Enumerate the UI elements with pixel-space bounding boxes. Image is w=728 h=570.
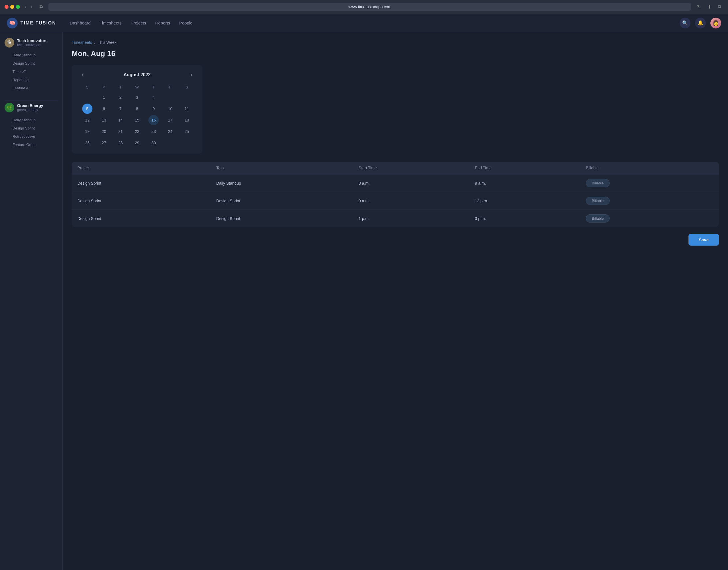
row3-start-time: 1 p.m. <box>353 210 469 227</box>
time-table: Project Task Start Time End Time Billabl… <box>72 162 719 227</box>
app-header: 🧠 Time Fusion Dashboard Timesheets Proje… <box>0 14 728 32</box>
row1-task: Daily Standup <box>210 175 353 192</box>
cal-day-16[interactable]: 16 <box>148 115 159 125</box>
row2-project: Design Sprint <box>72 192 210 210</box>
org-item-tech-innovators[interactable]: 🏛 Tech Innovators tech_innovators <box>5 38 58 47</box>
cal-day-6[interactable]: 6 <box>99 103 109 114</box>
calendar-next-button[interactable]: › <box>188 70 194 79</box>
sidebar-item-retrospective[interactable]: Retrospective <box>13 132 58 140</box>
save-btn-area: Save <box>72 234 719 246</box>
cal-day-3[interactable]: 3 <box>132 92 142 102</box>
cal-day-24[interactable]: 24 <box>165 126 175 136</box>
row3-billable-badge[interactable]: Billable <box>586 214 610 223</box>
sidebar-item-time-off[interactable]: Time off <box>13 67 58 76</box>
close-button[interactable] <box>5 5 9 9</box>
cal-day-25[interactable]: 25 <box>182 126 192 136</box>
cal-day-18[interactable]: 18 <box>182 115 192 125</box>
browser-actions: ↻ ⬆ ⧉ <box>695 4 723 10</box>
calendar-header: ‹ August 2022 › <box>80 70 194 79</box>
sidebar-item-design-sprint-ti[interactable]: Design Sprint <box>13 59 58 67</box>
forward-button[interactable]: › <box>29 4 34 10</box>
row1-billable-cell: Billable <box>580 175 719 192</box>
cal-day-1[interactable]: 1 <box>99 92 109 102</box>
sidebar-item-daily-standup-ti[interactable]: Daily Standup <box>13 51 58 59</box>
cal-dow-w: W <box>129 83 145 91</box>
traffic-lights <box>5 5 20 9</box>
nav-people[interactable]: People <box>179 19 192 26</box>
breadcrumb-link[interactable]: Timesheets <box>72 40 92 45</box>
nav-reports[interactable]: Reports <box>155 19 170 26</box>
org-name-tech-innovators: Tech Innovators <box>17 38 47 43</box>
row2-start-time: 9 a.m. <box>353 192 469 210</box>
row3-task: Design Sprint <box>210 210 353 227</box>
cal-day-14[interactable]: 14 <box>115 115 126 125</box>
logo-text: Time Fusion <box>20 20 56 26</box>
cal-day-21[interactable]: 21 <box>115 126 126 136</box>
search-button[interactable]: 🔍 <box>680 18 690 28</box>
cal-day-12[interactable]: 12 <box>82 115 92 125</box>
share-button[interactable]: ⬆ <box>705 4 714 10</box>
cal-day-23[interactable]: 23 <box>148 126 159 136</box>
breadcrumb-separator: / <box>94 40 96 45</box>
cal-day-19[interactable]: 19 <box>82 126 92 136</box>
notifications-button[interactable]: 🔔 <box>695 18 706 28</box>
logo-area: 🧠 Time Fusion <box>7 18 56 28</box>
cal-dow-f: F <box>162 83 178 91</box>
tab-view-button[interactable]: ⧉ <box>37 4 45 10</box>
sidebar-item-design-sprint-ge[interactable]: Design Sprint <box>13 124 58 132</box>
minimize-button[interactable] <box>10 5 14 9</box>
nav-dashboard[interactable]: Dashboard <box>70 19 90 26</box>
table-row: Design Sprint Design Sprint 1 p.m. 3 p.m… <box>72 210 719 227</box>
sidebar-item-feature-green[interactable]: Feature Green <box>13 140 58 149</box>
avatar[interactable]: 👩 <box>710 18 721 28</box>
org-avatar-tech-innovators: 🏛 <box>5 38 14 47</box>
row1-billable-badge[interactable]: Billable <box>586 179 610 187</box>
cal-day-20[interactable]: 20 <box>99 126 109 136</box>
cal-day-27[interactable]: 27 <box>99 138 109 148</box>
cal-day-2[interactable]: 2 <box>115 92 126 102</box>
reload-button[interactable]: ↻ <box>695 4 703 10</box>
cal-day-11[interactable]: 11 <box>182 103 192 114</box>
sidebar-item-reporting[interactable]: Reporting <box>13 76 58 84</box>
cal-day-17[interactable]: 17 <box>165 115 175 125</box>
nav-timesheets[interactable]: Timesheets <box>100 19 122 26</box>
cal-day-9[interactable]: 9 <box>148 103 159 114</box>
cal-dow-s2: S <box>179 83 194 91</box>
calendar-prev-button[interactable]: ‹ <box>80 70 86 79</box>
cal-dow-t2: T <box>146 83 161 91</box>
cal-day-15[interactable]: 15 <box>132 115 142 125</box>
breadcrumb-current: This Week <box>98 40 117 45</box>
cal-day-13[interactable]: 13 <box>99 115 109 125</box>
table-row: Design Sprint Design Sprint 9 a.m. 12 p.… <box>72 192 719 210</box>
address-bar[interactable] <box>48 3 691 11</box>
cal-dow-m: M <box>96 83 111 91</box>
cal-day-30[interactable]: 30 <box>148 138 159 148</box>
row2-billable-badge[interactable]: Billable <box>586 197 610 205</box>
sidebar-item-daily-standup-ge[interactable]: Daily Standup <box>13 116 58 124</box>
cal-day-28[interactable]: 28 <box>115 138 126 148</box>
cal-day-7[interactable]: 7 <box>115 103 126 114</box>
row2-task: Design Sprint <box>210 192 353 210</box>
cal-day-blank-2 <box>165 92 175 102</box>
cal-day-29[interactable]: 29 <box>132 138 142 148</box>
org-section-green-energy: 🌿 Green Energy green_energy Daily Standu… <box>0 103 62 155</box>
cal-day-26[interactable]: 26 <box>82 138 92 148</box>
save-button[interactable]: Save <box>688 234 719 246</box>
org-handle-green-energy: green_energy <box>17 108 43 112</box>
nav-projects[interactable]: Projects <box>130 19 146 26</box>
sidebar-item-feature-a[interactable]: Feature A <box>13 84 58 92</box>
cal-day-blank-3 <box>182 92 192 102</box>
cal-day-4[interactable]: 4 <box>148 92 159 102</box>
date-heading: Mon, Aug 16 <box>72 49 719 58</box>
back-button[interactable]: ‹ <box>23 4 28 10</box>
cal-day-5[interactable]: 5 <box>82 103 92 114</box>
row2-billable-cell: Billable <box>580 192 719 210</box>
maximize-button[interactable] <box>16 5 20 9</box>
cal-day-10[interactable]: 10 <box>165 103 175 114</box>
cal-day-8[interactable]: 8 <box>132 103 142 114</box>
cal-day-22[interactable]: 22 <box>132 126 142 136</box>
row2-end-time: 12 p.m. <box>469 192 580 210</box>
fullscreen-button[interactable]: ⧉ <box>716 4 723 10</box>
org-item-green-energy[interactable]: 🌿 Green Energy green_energy <box>5 103 58 112</box>
row1-project: Design Sprint <box>72 175 210 192</box>
